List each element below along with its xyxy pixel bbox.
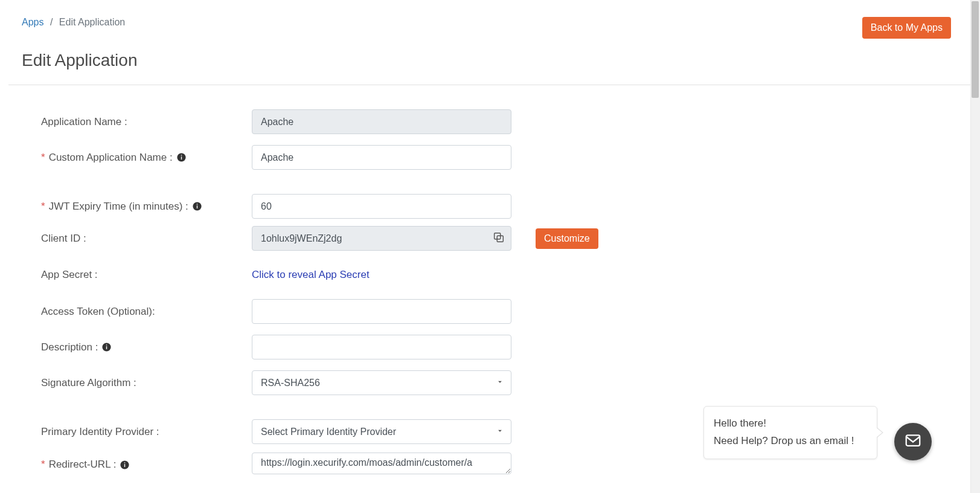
label-description: Description : bbox=[41, 341, 252, 353]
edit-app-form: Application Name : *Custom Application N… bbox=[41, 109, 645, 477]
row-jwt-expiry: *JWT Expiry Time (in minutes) : bbox=[41, 194, 645, 219]
required-marker: * bbox=[41, 459, 45, 471]
row-application-name: Application Name : bbox=[41, 109, 645, 134]
svg-rect-5 bbox=[197, 204, 197, 204]
row-redirect-url: *Redirect-URL : bbox=[41, 453, 645, 477]
svg-rect-10 bbox=[106, 344, 107, 345]
label-jwt-expiry: *JWT Expiry Time (in minutes) : bbox=[41, 201, 252, 213]
label-redirect-url: *Redirect-URL : bbox=[41, 459, 252, 471]
svg-rect-2 bbox=[181, 155, 181, 155]
mail-icon bbox=[904, 431, 922, 452]
copy-icon[interactable] bbox=[492, 231, 505, 246]
row-description: Description : bbox=[41, 335, 645, 359]
required-marker: * bbox=[41, 201, 45, 213]
page-title: Edit Application bbox=[22, 51, 980, 70]
label-signature-algorithm: Signature Algorithm : bbox=[41, 377, 252, 389]
input-custom-app-name[interactable] bbox=[252, 145, 511, 170]
info-icon[interactable] bbox=[176, 152, 187, 163]
select-primary-idp[interactable]: Select Primary Identity Provider bbox=[252, 419, 511, 444]
label-primary-idp: Primary Identity Provider : bbox=[41, 426, 252, 438]
chat-greeting: Hello there! bbox=[714, 415, 867, 433]
input-application-name bbox=[252, 109, 511, 134]
info-icon[interactable] bbox=[192, 201, 202, 211]
chat-help-bubble: Hello there! Need Help? Drop us an email… bbox=[703, 406, 877, 459]
row-signature-algorithm: Signature Algorithm : RSA-SHA256 bbox=[41, 370, 645, 395]
back-to-apps-button[interactable]: Back to My Apps bbox=[862, 17, 951, 39]
scrollbar-track[interactable] bbox=[970, 0, 980, 493]
required-marker: * bbox=[41, 152, 45, 164]
chat-mail-button[interactable] bbox=[894, 423, 932, 460]
label-text-access-token: Access Token (Optional): bbox=[41, 306, 155, 318]
svg-rect-4 bbox=[197, 205, 197, 208]
input-client-id bbox=[252, 226, 511, 251]
svg-rect-1 bbox=[181, 156, 181, 160]
label-text-primary-idp: Primary Identity Provider : bbox=[41, 426, 159, 438]
svg-rect-12 bbox=[124, 464, 125, 467]
label-text-client-id: Client ID : bbox=[41, 233, 86, 245]
row-client-id: Client ID : Customize bbox=[41, 226, 645, 251]
label-text-description: Description : bbox=[41, 341, 98, 353]
input-description[interactable] bbox=[252, 335, 511, 359]
input-access-token[interactable] bbox=[252, 299, 511, 324]
row-custom-app-name: *Custom Application Name : bbox=[41, 145, 645, 170]
breadcrumb-current: Edit Application bbox=[59, 17, 125, 27]
chat-help-text: Need Help? Drop us an email ! bbox=[714, 433, 867, 450]
svg-rect-13 bbox=[124, 462, 125, 463]
header-divider bbox=[8, 85, 972, 85]
info-icon[interactable] bbox=[101, 342, 112, 352]
select-signature-algorithm[interactable]: RSA-SHA256 bbox=[252, 370, 511, 395]
customize-button[interactable]: Customize bbox=[536, 228, 598, 249]
label-text-signature-algorithm: Signature Algorithm : bbox=[41, 377, 136, 389]
label-text-jwt-expiry: JWT Expiry Time (in minutes) : bbox=[49, 201, 188, 213]
chat-bubble-pointer bbox=[877, 427, 883, 438]
label-app-secret: App Secret : bbox=[41, 269, 252, 281]
breadcrumb-separator: / bbox=[50, 17, 53, 27]
reveal-app-secret-link[interactable]: Click to reveal App Secret bbox=[252, 269, 370, 280]
page-root: Apps / Edit Application Back to My Apps … bbox=[0, 0, 980, 493]
label-client-id: Client ID : bbox=[41, 233, 252, 245]
label-text-app-secret: App Secret : bbox=[41, 269, 98, 281]
input-jwt-expiry[interactable] bbox=[252, 194, 511, 219]
header-row: Apps / Edit Application Back to My Apps bbox=[0, 0, 980, 39]
label-access-token: Access Token (Optional): bbox=[41, 306, 252, 318]
input-redirect-url[interactable] bbox=[252, 453, 511, 474]
row-app-secret: App Secret : Click to reveal App Secret bbox=[41, 269, 645, 281]
row-primary-idp: Primary Identity Provider : Select Prima… bbox=[41, 419, 645, 444]
label-text-custom-app-name: Custom Application Name : bbox=[49, 152, 173, 164]
label-application-name: Application Name : bbox=[41, 116, 252, 128]
label-text-redirect-url: Redirect-URL : bbox=[49, 459, 117, 471]
svg-rect-9 bbox=[106, 346, 107, 349]
breadcrumb-root-link[interactable]: Apps bbox=[22, 17, 43, 27]
scrollbar-thumb[interactable] bbox=[972, 1, 979, 98]
row-access-token: Access Token (Optional): bbox=[41, 299, 645, 324]
label-text-application-name: Application Name : bbox=[41, 116, 127, 128]
breadcrumb: Apps / Edit Application bbox=[22, 17, 125, 28]
svg-rect-14 bbox=[906, 435, 920, 446]
label-custom-app-name: *Custom Application Name : bbox=[41, 152, 252, 164]
info-icon[interactable] bbox=[120, 460, 130, 470]
